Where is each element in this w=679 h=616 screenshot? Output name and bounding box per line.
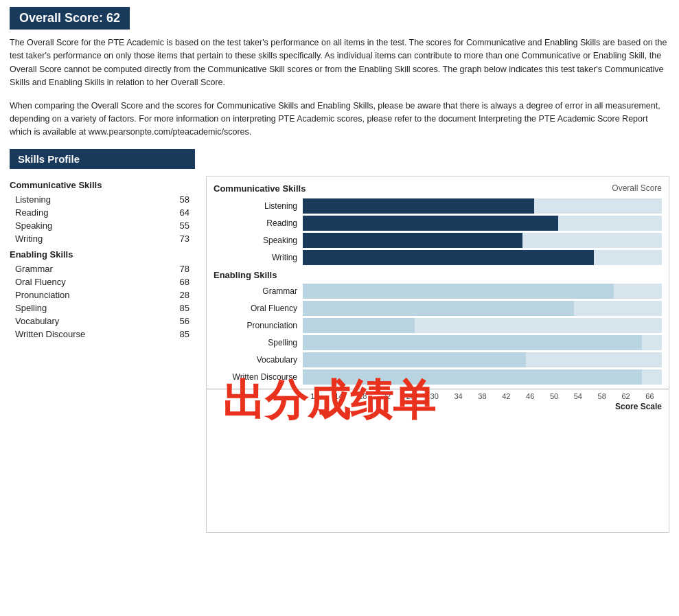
chart-pronunciation-bar: Pronunciation [207,318,669,333]
chart-writing-container [303,250,662,265]
listening-name: Listening [15,194,51,205]
listening-row: Listening 58 [10,193,195,206]
pronunciation-score: 28 [180,290,189,300]
x-tick-54: 54 [566,392,590,400]
chart-writing-bar: Writing [207,250,669,265]
spelling-row: Spelling 85 [10,301,195,315]
x-tick-66: 66 [638,392,662,400]
chart-vocabulary-container [303,352,662,367]
chart-x-axis: 10 14 18 22 26 30 34 38 42 46 50 54 58 6… [207,389,669,400]
grammar-name: Grammar [15,264,53,274]
reading-score: 64 [180,207,189,218]
reading-name: Reading [15,207,48,218]
vocabulary-row: Vocabulary 56 [10,315,195,328]
chart-listening-label: Listening [214,201,303,211]
chart-grammar-bar: Grammar [207,284,669,299]
written-discourse-row: Written Discourse 85 [10,328,195,341]
chart-oral-fluency-label: Oral Fluency [214,304,303,313]
chart-written-discourse-container [303,369,662,385]
description-paragraph-1: The Overall Score for the PTE Academic i… [10,36,669,90]
x-tick-22: 22 [375,392,399,400]
chart-spelling-container [303,335,662,350]
chart-speaking-bar: Speaking [207,233,669,248]
vocabulary-name: Vocabulary [15,316,59,326]
x-tick-46: 46 [518,392,542,400]
x-tick-34: 34 [446,392,470,400]
chart-oral-fluency-bar: Oral Fluency [207,301,669,316]
chart-vocabulary-bar: Vocabulary [207,352,669,367]
speaking-score: 55 [180,220,189,231]
chart-pronunciation-label: Pronunciation [214,321,303,330]
chart-pronunciation-container [303,318,662,333]
vocabulary-score: 56 [180,316,189,326]
x-tick-18: 18 [351,392,375,400]
communicative-skills-title: Communicative Skills [10,180,195,190]
enabling-skills-title: Enabling Skills [10,249,195,260]
chart-speaking-container [303,233,662,248]
x-tick-58: 58 [590,392,614,400]
listening-score: 58 [180,194,189,205]
x-tick-62: 62 [614,392,638,400]
chart-enabling-label: Enabling Skills [207,267,669,282]
pronunciation-name: Pronunciation [15,290,70,300]
speaking-name: Speaking [15,220,52,231]
chart-grammar-label: Grammar [214,286,303,296]
chart-reading-bar: Reading [207,216,669,231]
chart-speaking-fill [303,233,522,248]
chart-vocabulary-fill [303,352,526,367]
description-paragraph-2: When comparing the Overall Score and the… [10,100,669,139]
written-discourse-score: 85 [180,329,189,339]
speaking-row: Speaking 55 [10,219,195,232]
pronunciation-row: Pronunciation 28 [10,288,195,301]
x-tick-38: 38 [470,392,494,400]
chart-reading-fill [303,216,558,231]
written-discourse-name: Written Discourse [15,329,85,339]
score-scale-label: Score Scale [207,402,669,411]
x-tick-10: 10 [303,392,327,400]
x-tick-42: 42 [494,392,518,400]
spelling-name: Spelling [15,303,47,313]
chart-spelling-label: Spelling [214,338,303,347]
oral-fluency-row: Oral Fluency 68 [10,275,195,288]
chart-listening-bar: Listening [207,198,669,214]
skills-profile-header: Skills Profile [10,149,195,169]
chart-written-discourse-label: Written Discourse [214,372,303,382]
x-tick-50: 50 [542,392,566,400]
chart-speaking-label: Speaking [214,236,303,245]
chart-written-discourse-bar: Written Discourse [207,369,669,385]
chart-oral-fluency-container [303,301,662,316]
reading-row: Reading 64 [10,206,195,219]
oral-fluency-name: Oral Fluency [15,277,66,287]
left-panel: Communicative Skills Listening 58 Readin… [10,176,195,341]
chart-vocabulary-label: Vocabulary [214,355,303,365]
chart-oral-fluency-fill [303,301,574,316]
spelling-score: 85 [180,303,189,313]
chart-spelling-bar: Spelling [207,335,669,350]
chart-overall-label: Overall Score [612,183,662,194]
chart-reading-label: Reading [214,218,303,228]
overall-score-box: Overall Score: 62 [10,7,130,30]
chart-comm-label: Communicative Skills [214,183,306,194]
grammar-score: 78 [180,264,189,274]
writing-row: Writing 73 [10,232,195,245]
chart-writing-fill [303,250,594,265]
x-tick-14: 14 [327,392,351,400]
grammar-row: Grammar 78 [10,262,195,275]
chart-writing-label: Writing [214,253,303,262]
chart-header: Communicative Skills Overall Score [207,183,669,196]
chart-grammar-container [303,284,662,299]
chart-written-discourse-fill [303,369,642,385]
writing-score: 73 [180,233,189,244]
x-tick-30: 30 [422,392,446,400]
chart-spelling-fill [303,335,642,350]
chart-area: Communicative Skills Overall Score Liste… [206,176,669,533]
oral-fluency-score: 68 [180,277,189,287]
x-tick-26: 26 [398,392,422,400]
chart-reading-container [303,216,662,231]
chart-listening-fill [303,198,534,214]
chart-grammar-fill [303,284,614,299]
chart-pronunciation-fill [303,318,415,333]
writing-name: Writing [15,233,43,244]
chart-listening-container [303,198,662,214]
